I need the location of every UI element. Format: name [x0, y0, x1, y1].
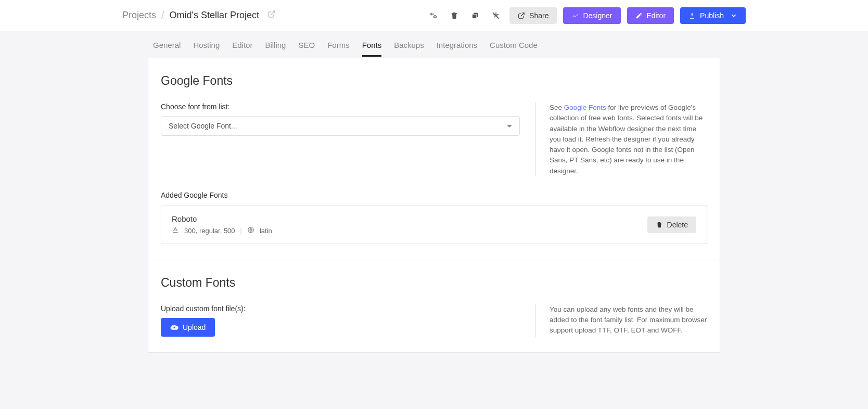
chevron-down-icon [730, 12, 737, 19]
globe-icon [247, 226, 254, 235]
unpublish-icon[interactable] [489, 8, 503, 23]
breadcrumb-root[interactable]: Projects [122, 10, 156, 21]
upload-button[interactable]: Upload [161, 318, 215, 337]
dropdown-caret-icon [507, 125, 512, 127]
google-fonts-help: See Google Fonts for live previews of Go… [535, 103, 707, 176]
delete-font-button[interactable]: Delete [647, 216, 696, 233]
font-weights: 300, regular, 500 [184, 227, 235, 235]
google-fonts-link[interactable]: Google Fonts [564, 104, 606, 111]
editor-label: Editor [647, 11, 666, 20]
added-fonts-label: Added Google Fonts [161, 191, 707, 199]
delete-label: Delete [667, 221, 688, 229]
tab-seo[interactable]: SEO [298, 33, 315, 57]
share-label: Share [529, 11, 548, 20]
tab-custom-code[interactable]: Custom Code [490, 33, 538, 57]
designer-label: Designer [583, 11, 612, 20]
top-bar: Projects / Omid's Stellar Project Share … [0, 0, 868, 31]
choose-font-label: Choose font from list: [161, 103, 520, 111]
google-fonts-heading: Google Fonts [161, 74, 707, 88]
added-font-row: Roboto 300, regular, 500 | latin Delete [161, 206, 707, 244]
breadcrumb-separator: / [161, 9, 164, 21]
editor-button[interactable]: Editor [627, 7, 674, 24]
google-fonts-section: Google Fonts Choose font from list: Sele… [148, 58, 720, 260]
custom-fonts-help: You can upload any web fonts and they wi… [535, 304, 707, 337]
tab-fonts[interactable]: Fonts [362, 33, 382, 57]
tab-billing[interactable]: Billing [265, 33, 286, 57]
breadcrumb-project: Omid's Stellar Project [170, 10, 260, 21]
open-external-icon[interactable] [267, 10, 276, 21]
tab-general[interactable]: General [153, 33, 181, 57]
publish-label: Publish [700, 11, 724, 20]
svg-line-0 [271, 11, 275, 15]
select-placeholder: Select Google Font... [169, 122, 237, 130]
trash-icon[interactable] [447, 8, 462, 23]
breadcrumb: Projects / Omid's Stellar Project [122, 9, 276, 21]
tab-integrations[interactable]: Integrations [437, 33, 477, 57]
svg-line-4 [521, 12, 524, 16]
duplicate-icon[interactable] [468, 8, 482, 23]
upload-font-label: Upload custom font file(s): [161, 304, 520, 313]
tab-hosting[interactable]: Hosting [193, 33, 220, 57]
help-text: See [550, 104, 564, 111]
share-button[interactable]: Share [509, 7, 557, 24]
publish-button[interactable]: Publish [680, 7, 746, 24]
font-script: latin [260, 227, 272, 235]
font-name: Roboto [172, 214, 272, 223]
help-text-suffix: for live previews of Google's collection… [550, 104, 703, 175]
transfer-icon[interactable] [426, 8, 441, 23]
tab-editor[interactable]: Editor [232, 33, 252, 57]
custom-fonts-section: Custom Fonts Upload custom font file(s):… [148, 260, 720, 352]
settings-tabs: General Hosting Editor Billing SEO Forms… [148, 31, 720, 58]
tab-forms[interactable]: Forms [327, 33, 350, 57]
weights-icon [172, 226, 179, 235]
google-font-select[interactable]: Select Google Font... [161, 116, 520, 136]
svg-rect-2 [473, 14, 477, 18]
settings-panel: Google Fonts Choose font from list: Sele… [148, 58, 720, 353]
custom-help-text: You can upload any web fonts and they wi… [550, 305, 707, 335]
top-actions: Share Designer Editor Publish [426, 7, 746, 24]
designer-button[interactable]: Designer [563, 7, 620, 24]
upload-button-label: Upload [183, 323, 206, 331]
tab-backups[interactable]: Backups [394, 33, 424, 57]
custom-fonts-heading: Custom Fonts [161, 276, 707, 290]
meta-divider: | [240, 227, 242, 235]
